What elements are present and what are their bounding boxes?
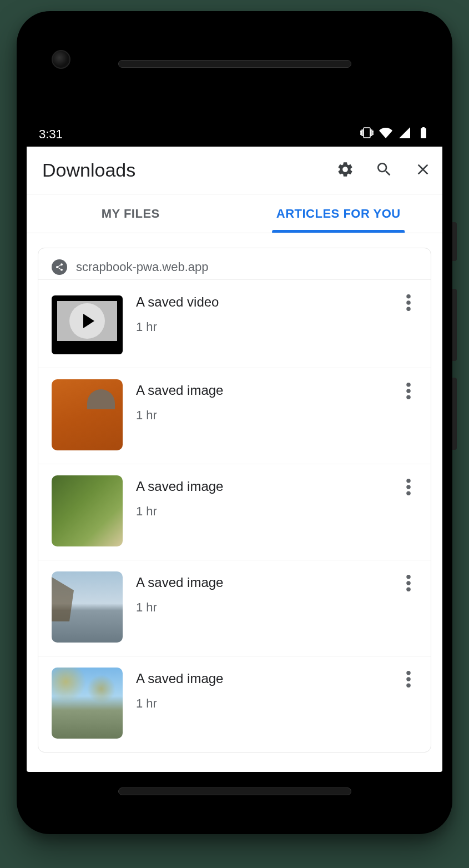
item-meta: 1 hr: [136, 408, 384, 423]
list-item[interactable]: A saved image 1 hr: [38, 464, 431, 560]
item-meta: 1 hr: [136, 320, 384, 334]
tabs: MY FILES ARTICLES FOR YOU: [27, 194, 442, 233]
card-header: scrapbook-pwa.web.app: [38, 248, 431, 279]
content-area: scrapbook-pwa.web.app A saved video 1 hr: [27, 233, 442, 752]
phone-top-bezel: [27, 22, 442, 122]
item-more-button[interactable]: [397, 571, 420, 594]
signal-icon: [398, 126, 411, 143]
gear-icon: [336, 160, 354, 180]
offline-icon: [52, 259, 67, 275]
close-button[interactable]: [413, 161, 432, 180]
svg-point-4: [406, 389, 411, 393]
svg-point-13: [406, 677, 411, 681]
item-title: A saved image: [136, 383, 384, 398]
more-vert-icon: [406, 294, 411, 313]
item-title: A saved video: [136, 294, 384, 310]
item-meta: 1 hr: [136, 504, 384, 519]
svg-point-3: [406, 383, 411, 387]
tab-label: ARTICLES FOR YOU: [276, 207, 401, 221]
screen: 3:31 Downloads: [27, 122, 442, 772]
svg-point-14: [406, 684, 411, 688]
svg-point-11: [406, 588, 411, 592]
search-button[interactable]: [375, 161, 394, 180]
svg-point-5: [406, 395, 411, 400]
list-item[interactable]: A saved video 1 hr: [38, 279, 431, 368]
svg-point-1: [406, 300, 411, 305]
item-title: A saved image: [136, 479, 384, 494]
tab-my-files[interactable]: MY FILES: [27, 194, 235, 233]
app-content: Downloads: [27, 147, 442, 772]
list-item[interactable]: A saved image 1 hr: [38, 560, 431, 656]
phone-speaker: [118, 787, 351, 795]
image-thumbnail: [52, 668, 123, 739]
item-meta: 1 hr: [136, 600, 384, 615]
search-icon: [375, 160, 393, 180]
battery-icon: [417, 126, 430, 143]
list-item[interactable]: A saved image 1 hr: [38, 368, 431, 464]
list-item[interactable]: A saved image 1 hr: [38, 656, 431, 752]
tab-label: MY FILES: [102, 207, 160, 221]
status-icons: [360, 126, 430, 143]
item-more-button[interactable]: [397, 291, 420, 313]
item-more-button[interactable]: [397, 668, 420, 690]
play-icon: [69, 303, 105, 339]
phone-side-button: [452, 222, 457, 261]
tab-articles-for-you[interactable]: ARTICLES FOR YOU: [235, 194, 443, 233]
phone-frame: 3:31 Downloads: [17, 11, 452, 834]
svg-point-10: [406, 581, 411, 585]
image-thumbnail: [52, 571, 123, 643]
source-domain: scrapbook-pwa.web.app: [76, 260, 208, 274]
item-title: A saved image: [136, 575, 384, 590]
item-meta: 1 hr: [136, 696, 384, 711]
item-title: A saved image: [136, 671, 384, 686]
phone-side-button: [452, 289, 457, 361]
phone-camera: [52, 50, 70, 69]
wifi-icon: [379, 126, 392, 143]
svg-point-6: [406, 479, 411, 483]
vibrate-icon: [360, 126, 374, 143]
phone-speaker: [118, 60, 351, 68]
downloads-card: scrapbook-pwa.web.app A saved video 1 hr: [38, 248, 431, 752]
status-bar: 3:31: [27, 122, 442, 147]
phone-side-button: [452, 378, 457, 450]
svg-point-2: [406, 307, 411, 312]
close-icon: [414, 160, 432, 180]
svg-point-0: [406, 294, 411, 299]
svg-point-7: [406, 485, 411, 489]
app-header: Downloads: [27, 147, 442, 194]
image-thumbnail: [52, 379, 123, 450]
more-vert-icon: [406, 479, 411, 498]
svg-point-12: [406, 671, 411, 675]
more-vert-icon: [406, 575, 411, 594]
video-thumbnail: [52, 295, 123, 354]
settings-button[interactable]: [336, 161, 355, 180]
more-vert-icon: [406, 671, 411, 690]
item-more-button[interactable]: [397, 379, 420, 402]
image-thumbnail: [52, 475, 123, 546]
item-more-button[interactable]: [397, 475, 420, 498]
svg-point-8: [406, 491, 411, 496]
status-time: 3:31: [39, 127, 63, 142]
more-vert-icon: [406, 383, 411, 402]
page-title: Downloads: [42, 159, 336, 181]
svg-point-9: [406, 575, 411, 579]
